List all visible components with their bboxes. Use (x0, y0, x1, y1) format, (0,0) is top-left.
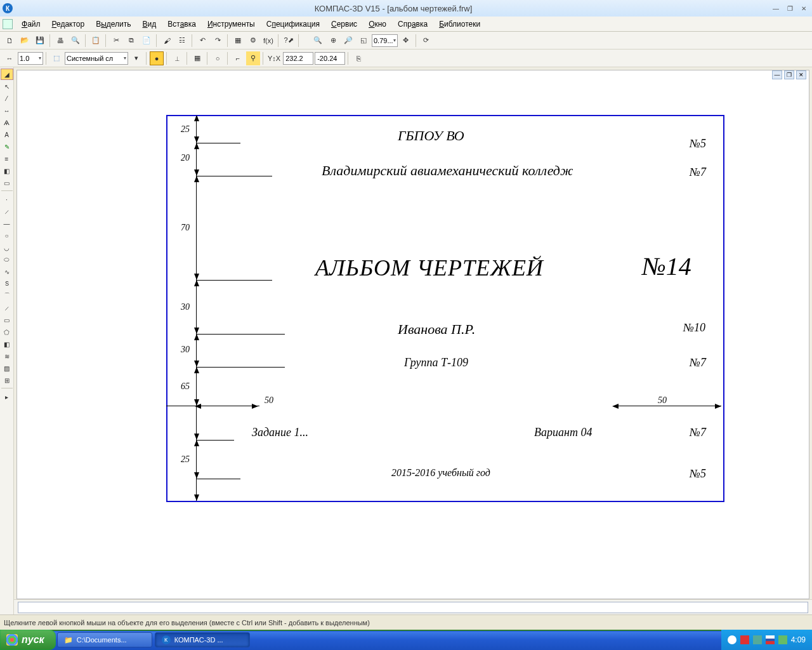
properties-icon[interactable]: ☷ (175, 34, 189, 48)
dims-icon[interactable]: ↔ (1, 105, 13, 116)
menu-select[interactable]: Выделить (91, 18, 136, 30)
tray-clock[interactable]: 4:09 (791, 635, 806, 644)
params-icon[interactable]: ≡ (1, 153, 13, 164)
ortho-icon[interactable]: ⟂ (170, 51, 184, 65)
preview-icon[interactable]: 🔍 (69, 34, 82, 48)
redo-icon[interactable]: ↷ (211, 34, 225, 48)
rect-icon[interactable]: ▭ (1, 314, 13, 326)
text-icon[interactable]: A (1, 129, 13, 140)
grid-icon[interactable]: ▦ (190, 51, 204, 65)
sheet-icon[interactable]: ▭ (1, 177, 13, 189)
menu-service[interactable]: Сервис (326, 18, 362, 30)
line-icon[interactable]: ∕ (1, 93, 13, 104)
menu-spec[interactable]: Спецификация (261, 18, 325, 30)
menu-libs[interactable]: Библиотеки (434, 18, 485, 30)
bezier-icon[interactable]: Ｓ (1, 278, 13, 289)
brush-icon[interactable]: 🖌 (160, 34, 174, 48)
menu-file[interactable]: Файл (16, 18, 46, 30)
copy-props-icon[interactable]: 📋 (89, 34, 103, 48)
measure-icon[interactable]: ◧ (1, 165, 13, 176)
expand-icon[interactable]: ▸ (1, 391, 13, 402)
variables-icon[interactable]: ⚙ (246, 34, 260, 48)
aux-line-icon[interactable]: ⟋ (1, 206, 13, 217)
round-icon[interactable]: ○ (211, 51, 225, 65)
snap-step-icon[interactable]: ↔ (3, 51, 16, 65)
command-input[interactable] (18, 602, 808, 613)
menu-window[interactable]: Окно (363, 18, 391, 30)
zoom-dynamic-icon[interactable]: 🔎 (341, 34, 355, 48)
paste-icon[interactable]: 📄 (140, 34, 154, 48)
layers-icon[interactable]: ⬚ (49, 51, 63, 65)
save-icon[interactable]: 💾 (33, 34, 47, 48)
help-context-icon[interactable]: ?⬈ (282, 34, 296, 48)
minimize-icon[interactable]: — (770, 4, 782, 13)
print-icon[interactable]: 🖶 (53, 34, 67, 48)
tick-4 (196, 334, 285, 335)
doc-close-icon[interactable]: ✕ (796, 70, 806, 79)
stop-icon[interactable]: ● (150, 51, 164, 65)
close-icon[interactable]: ✕ (798, 4, 809, 13)
tray-icon-2[interactable] (740, 635, 749, 644)
local-cs-icon[interactable]: ⌐ (231, 51, 245, 65)
pan-icon[interactable]: ✥ (399, 34, 413, 48)
fillet-icon[interactable]: ⌒ (1, 290, 13, 302)
menu-help[interactable]: Справка (393, 18, 433, 30)
notation-icon[interactable]: Ѧ (1, 117, 13, 128)
point-icon[interactable]: · (1, 194, 13, 205)
zoom-combo[interactable]: 0.79... (372, 34, 398, 47)
dim-arrows (192, 115, 201, 503)
geometry-icon[interactable]: ◢ (1, 69, 13, 80)
ellipse-icon[interactable]: ⬭ (1, 254, 13, 265)
doc-minimize-icon[interactable]: — (772, 70, 782, 79)
zoom-value: 0.79... (374, 37, 393, 44)
drawing-canvas[interactable]: — ❐ ✕ ГБПОУ ВО №5 Владимирский авиамехан… (16, 70, 809, 599)
circle-icon[interactable]: ○ (1, 230, 13, 241)
new-icon[interactable]: 🗋 (3, 34, 16, 48)
cut-icon[interactable]: ✂ (109, 34, 123, 48)
chamfer-icon[interactable]: ⟋ (1, 302, 13, 314)
hatch-icon[interactable]: ▨ (1, 362, 13, 374)
equidist-icon[interactable]: ≋ (1, 350, 13, 362)
coord-label: Y↕X (268, 55, 280, 62)
taskbar-item-kompas[interactable]: К КОМПАС-3D ... (155, 632, 250, 647)
undo-icon[interactable]: ↶ (195, 34, 209, 48)
maximize-icon[interactable]: ❐ (784, 4, 796, 13)
doc-restore-icon[interactable]: ❐ (784, 70, 794, 79)
contour-icon[interactable]: ◧ (1, 338, 13, 350)
menu-insert[interactable]: Вставка (162, 18, 201, 30)
libraries-icon[interactable]: ▦ (231, 34, 245, 48)
layer-dropdown-icon[interactable]: ▾ (129, 51, 143, 65)
fx-icon[interactable]: f(x) (261, 34, 275, 48)
open-icon[interactable]: 📂 (18, 34, 32, 48)
collect-icon[interactable]: ⊞ (1, 375, 13, 386)
coord-x[interactable]: 232.2 (283, 52, 313, 65)
arc-icon[interactable]: ◡ (1, 242, 13, 253)
menu-editor[interactable]: Редактор (47, 18, 90, 30)
svg-marker-2 (194, 143, 199, 149)
snap-settings-icon[interactable]: ⚲ (246, 51, 260, 65)
menu-view[interactable]: Вид (138, 18, 162, 30)
tray-icon-3[interactable] (753, 635, 762, 644)
zoom-in-icon[interactable]: ⊕ (326, 34, 340, 48)
attach-icon[interactable]: ⎘ (351, 51, 365, 65)
edit-icon[interactable]: ✎ (1, 141, 13, 152)
polygon-icon[interactable]: ⬠ (1, 326, 13, 338)
coord-y[interactable]: -20.24 (315, 52, 345, 65)
segment-icon[interactable]: — (1, 218, 13, 229)
pointer-icon[interactable]: ↖ (1, 81, 13, 92)
start-button[interactable]: пуск (0, 630, 56, 650)
tray-icon-1[interactable] (728, 635, 737, 644)
step-combo[interactable]: 1.0 (18, 52, 43, 65)
tray-icon-flag[interactable] (766, 635, 775, 644)
zoom-window-icon[interactable]: 🔍 (311, 34, 325, 48)
copy-icon[interactable]: ⧉ (124, 34, 138, 48)
rebuild-icon[interactable]: ⟳ (419, 34, 433, 48)
system-menu-icon[interactable] (3, 19, 13, 29)
tray-icon-4[interactable] (778, 635, 787, 644)
zoom-fit-icon[interactable]: ◱ (357, 34, 370, 48)
system-tray[interactable]: 4:09 (721, 630, 812, 650)
menu-tools[interactable]: Инструменты (202, 18, 260, 30)
taskbar-item-explorer[interactable]: 📁 C:\Documents... (57, 632, 152, 647)
layer-combo[interactable]: Системный сл (65, 52, 128, 65)
spline-icon[interactable]: ∿ (1, 266, 13, 277)
